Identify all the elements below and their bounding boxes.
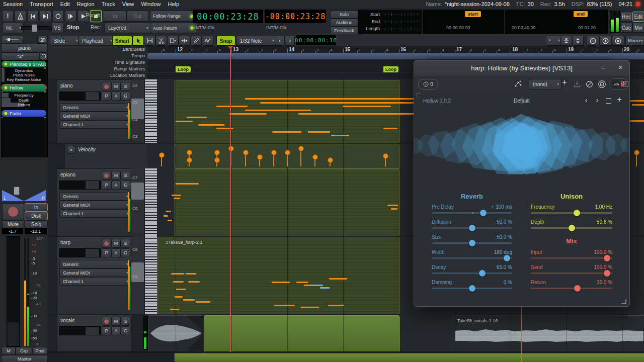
processor-key-release-noise[interactable]: Key Release Noise	[2, 77, 46, 82]
nudge-clock[interactable]: 00:00:00:10	[296, 35, 336, 45]
ruler-lane-tempo[interactable]: Tempo	[48, 53, 145, 58]
loop-start-marker[interactable]: Loop	[176, 66, 191, 72]
midi-note[interactable]	[166, 211, 171, 212]
track-vocals-record-arm[interactable]	[102, 317, 111, 326]
track-epiano-group-button[interactable]: G	[121, 180, 130, 190]
track-name-harp[interactable]: harp	[60, 240, 70, 245]
strip-fader-icon[interactable]	[1, 36, 23, 44]
midi-note[interactable]	[272, 282, 290, 283]
param-slider-diffusion[interactable]	[469, 225, 475, 231]
midi-note[interactable]	[630, 120, 644, 122]
track-epiano-solo-button[interactable]: S	[121, 171, 130, 180]
strip-m-button[interactable]: M	[2, 347, 16, 355]
monitor-disk-button[interactable]: Disk	[25, 212, 48, 220]
peak-display[interactable]: -12.1	[25, 228, 47, 234]
mouse-mode-dropdown[interactable]: Mouse	[625, 36, 644, 46]
strip-solo-button[interactable]: Solo	[25, 220, 48, 228]
gain-display[interactable]: -1.7	[2, 228, 23, 234]
strip-grp-button[interactable]: Grp	[16, 347, 32, 355]
playhead-marker[interactable]	[228, 46, 233, 50]
track-vocals-mute-button[interactable]: M	[111, 317, 121, 326]
strip-mute-button[interactable]: Mute	[2, 220, 24, 228]
delete-preset-icon[interactable]	[584, 79, 594, 89]
zoom-to-session-button[interactable]	[612, 36, 624, 46]
sync-source-dropdown[interactable]: Int.	[2, 23, 24, 33]
track-harp-fader[interactable]	[59, 248, 101, 257]
tool-draw-button[interactable]	[190, 36, 202, 46]
param-slider-size[interactable]	[469, 240, 475, 246]
midi-note[interactable]	[198, 124, 224, 126]
midi-note[interactable]	[329, 278, 347, 280]
midi-note[interactable]	[274, 305, 295, 306]
track-epiano-general-midi-dropdown[interactable]: General MIDI	[59, 201, 131, 209]
processor-hollow[interactable]: Hollow	[2, 84, 46, 91]
track-harp-mute-button[interactable]: M	[111, 239, 121, 248]
gui-add-icon[interactable]: +	[615, 95, 624, 104]
velocity-lollipop[interactable]	[159, 152, 165, 158]
track-piano-generic-dropdown[interactable]: Generic	[59, 103, 131, 112]
track-vocals-automation-button[interactable]: A	[111, 326, 121, 335]
piano-keyboard-epiano[interactable]	[144, 168, 157, 236]
param-track-width[interactable]	[432, 257, 512, 259]
track-vocals-group-button[interactable]: G	[121, 326, 130, 335]
velocity-lollipop[interactable]	[298, 146, 304, 151]
window-cue-button[interactable]: Cue	[620, 23, 632, 33]
ruler-lane-location-markers[interactable]: Location Markers	[48, 73, 145, 78]
gain-fader[interactable]	[7, 236, 20, 347]
menu-session[interactable]: Session	[3, 1, 23, 7]
auto-return-toggle[interactable]: Auto Return	[150, 23, 197, 33]
track-harp-generic-dropdown[interactable]: Generic	[59, 260, 131, 268]
midi-note[interactable]	[176, 121, 193, 122]
pin-connections-icon[interactable]	[514, 79, 523, 88]
midi-note[interactable]	[229, 113, 267, 115]
tool-audition-button[interactable]	[179, 36, 190, 46]
go-to-end-button[interactable]	[40, 10, 51, 22]
track-piano-channel-1-dropdown[interactable]: Channel 1	[59, 120, 131, 129]
midi-panic-button[interactable]: !	[2, 10, 14, 22]
track-harp-automation-button[interactable]: A	[111, 248, 121, 257]
secondary-clock[interactable]: -00:00:23:28	[265, 10, 326, 23]
param-slider-width[interactable]	[504, 255, 510, 261]
midi-note[interactable]	[188, 281, 200, 283]
strip-record-arm-button[interactable]	[2, 203, 24, 220]
midi-keyboard-icon[interactable]	[621, 80, 628, 87]
tool-stretch-button[interactable]	[167, 36, 179, 46]
region-harp-midi[interactable]	[157, 237, 400, 314]
midi-note[interactable]	[298, 113, 414, 115]
track-epiano-fader[interactable]	[59, 180, 101, 190]
menu-track[interactable]: Track	[102, 1, 115, 7]
velocity-lollipop[interactable]	[312, 154, 318, 160]
end-marker-flag[interactable]: end	[574, 11, 588, 17]
midi-note[interactable]	[632, 104, 644, 106]
menu-window[interactable]: Window	[141, 1, 160, 7]
ruler-lane-bars-beats[interactable]: Bars:Beats	[48, 47, 145, 52]
velocity-lollipop[interactable]	[383, 153, 388, 159]
menu-region[interactable]: Region	[77, 1, 95, 7]
midi-note[interactable]	[245, 110, 311, 111]
midi-note[interactable]	[328, 305, 344, 306]
plugin-preset-name[interactable]: Default	[497, 98, 547, 104]
menu-help[interactable]: Help	[168, 1, 180, 7]
global-rec-button[interactable]: Rec	[620, 12, 632, 22]
monitor-input-button[interactable]: In	[25, 203, 48, 212]
midi-note[interactable]	[343, 106, 391, 107]
track-harp-record-arm[interactable]	[102, 239, 111, 248]
velocity-lollipop[interactable]	[257, 154, 263, 160]
param-track-send[interactable]	[531, 273, 612, 274]
velocity-lollipop[interactable]	[243, 150, 249, 155]
tool-edit-content-button[interactable]	[202, 36, 213, 46]
track-name-vocals[interactable]: vocals	[60, 318, 74, 323]
velocity-lane-close-button[interactable]: ×	[67, 146, 75, 154]
processor-pianoteq-8-stage[interactable]: Pianoteq 8 STAGE	[2, 61, 46, 67]
midi-note[interactable]	[173, 281, 184, 283]
track-harp-playlist-button[interactable]: P	[102, 248, 111, 257]
midi-note[interactable]	[170, 309, 179, 310]
processor-pedal-noise[interactable]: Pedal Noise	[2, 73, 46, 77]
hide-strip-eye-icon[interactable]	[37, 36, 48, 44]
midi-note[interactable]	[272, 131, 301, 133]
midi-note[interactable]	[168, 220, 172, 221]
processor-enable-led[interactable]	[4, 85, 8, 90]
loop-button[interactable]	[52, 10, 64, 22]
scroomer-handle[interactable]	[131, 183, 144, 200]
midi-note[interactable]	[245, 98, 414, 100]
